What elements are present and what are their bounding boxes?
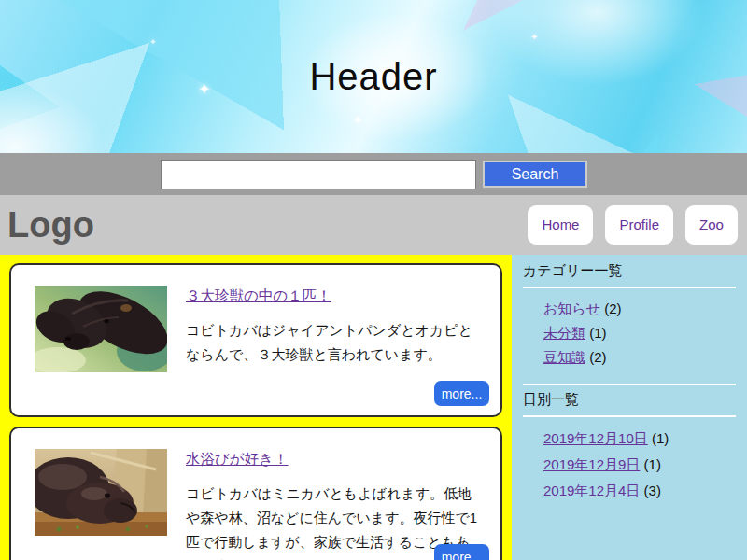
date-count: (1): [644, 456, 661, 472]
date-link[interactable]: 2019年12月9日: [543, 456, 640, 472]
more-button[interactable]: more...: [434, 381, 489, 406]
sidebar-heading-categories: カテゴリー一覧: [523, 257, 736, 288]
category-link[interactable]: お知らせ: [543, 301, 600, 316]
post-list: ３大珍獣の中の１匹！ コビトカバはジャイアントパンダとオカピとならんで、３大珍獣…: [0, 255, 512, 560]
nav-link-profile[interactable]: Profile: [619, 217, 659, 232]
category-count: (2): [604, 301, 621, 316]
nav-item-home: Home: [528, 205, 593, 245]
date-list: 2019年12月10日 (1) 2019年12月9日 (1) 2019年12月4…: [523, 417, 736, 518]
post-card: 水浴びが好き！ コビトカバはミニカバともよばれます。低地や森や林、沼などに住んで…: [9, 427, 502, 560]
page-title: Header: [309, 56, 437, 98]
main-nav: Home Profile Zoo: [528, 205, 738, 245]
hero-banner: Header ✦ ✦ ✦ ✦: [0, 0, 747, 153]
search-bar: Search: [0, 153, 747, 195]
category-count: (1): [589, 325, 606, 341]
post-body: コビトカバはジャイアントパンダとオカピとならんで、３大珍獣と言われています。: [186, 318, 480, 367]
content-area: ３大珍獣の中の１匹！ コビトカバはジャイアントパンダとオカピとならんで、３大珍獣…: [0, 255, 747, 560]
post-title-link[interactable]: ３大珍獣の中の１匹！: [186, 287, 331, 306]
post-text: 水浴びが好き！ コビトカバはミニカバともよばれます。低地や森や林、沼などに住んで…: [186, 449, 480, 560]
page: Header ✦ ✦ ✦ ✦ Search Logo Home Profile …: [0, 0, 747, 560]
sidebar-heading-dates: 日別一覧: [523, 385, 736, 417]
site-logo: Logo: [7, 205, 94, 245]
list-item: 未分類 (1): [543, 322, 736, 346]
post-title-link[interactable]: 水浴びが好き！: [186, 450, 289, 469]
logo-bar: Logo Home Profile Zoo: [0, 195, 747, 255]
date-link[interactable]: 2019年12月10日: [543, 430, 648, 446]
sparkle-icon: ✦: [198, 80, 210, 98]
category-link[interactable]: 豆知識: [543, 349, 585, 365]
post-card: ３大珍獣の中の１匹！ コビトカバはジャイアントパンダとオカピとならんで、３大珍獣…: [9, 263, 502, 417]
category-list: お知らせ (2) 未分類 (1) 豆知識 (2): [523, 288, 736, 385]
list-item: 2019年12月9日 (1): [543, 453, 736, 479]
post-image-hippo-sleeping: [35, 449, 167, 536]
nav-item-profile: Profile: [605, 205, 673, 245]
nav-link-home[interactable]: Home: [542, 217, 579, 232]
nav-item-zoo: Zoo: [685, 205, 738, 245]
date-count: (3): [644, 483, 661, 498]
sparkle-icon: ✦: [149, 37, 157, 47]
post-text: ３大珍獣の中の１匹！ コビトカバはジャイアントパンダとオカピとならんで、３大珍獣…: [186, 286, 480, 367]
sparkle-icon: ✦: [530, 32, 538, 42]
list-item: お知らせ (2): [543, 298, 736, 322]
more-button[interactable]: more...: [434, 544, 489, 560]
list-item: 2019年12月10日 (1): [543, 427, 736, 453]
date-link[interactable]: 2019年12月4日: [543, 483, 640, 498]
search-input[interactable]: [161, 160, 476, 189]
sidebar: カテゴリー一覧 お知らせ (2) 未分類 (1) 豆知識 (2): [512, 255, 747, 560]
sidebar-section-dates: 日別一覧 2019年12月10日 (1) 2019年12月9日 (1) 2019…: [523, 385, 736, 518]
list-item: 豆知識 (2): [543, 346, 736, 371]
nav-link-zoo[interactable]: Zoo: [699, 217, 724, 232]
category-count: (2): [589, 349, 606, 365]
sparkle-icon: ✦: [353, 114, 362, 127]
category-link[interactable]: 未分類: [543, 325, 585, 341]
search-button[interactable]: Search: [483, 161, 587, 188]
date-count: (1): [652, 430, 669, 446]
list-item: 2019年12月4日 (3): [543, 479, 736, 505]
sidebar-section-categories: カテゴリー一覧 お知らせ (2) 未分類 (1) 豆知識 (2): [523, 257, 736, 385]
post-image-hippo-in-water: [35, 286, 167, 372]
